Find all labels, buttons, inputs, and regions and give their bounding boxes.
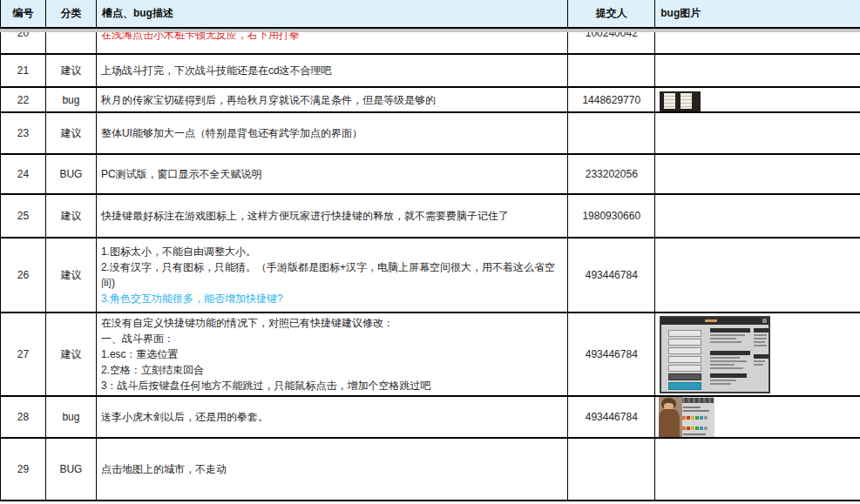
column-header-image[interactable]: bug图片 <box>655 0 860 27</box>
table-row: 20在浅滩点击小木桩卡顿无反应，右下用打拳100240042 <box>0 32 860 55</box>
description-line: 1.图标太小，不能自由调整大小。 <box>101 244 564 259</box>
item-icon <box>700 427 703 430</box>
cell-id[interactable]: 26 <box>1 239 46 312</box>
settings-window-screenshot[interactable] <box>660 316 770 393</box>
cell-submitter[interactable]: 233202056 <box>568 155 655 193</box>
text-line <box>683 410 709 412</box>
cell-id[interactable]: 29 <box>1 439 46 500</box>
cell-submitter[interactable]: 1448629770 <box>568 88 655 111</box>
text-line <box>754 360 765 362</box>
cell-description[interactable]: 秋月的传家宝切磋得到后，再给秋月穿就说不满足条件，但是等级是够的 <box>97 88 568 111</box>
cell-description[interactable]: 在浅滩点击小木桩卡顿无反应，右下用打拳 <box>97 32 568 53</box>
cell-submitter[interactable] <box>568 439 655 500</box>
cell-image[interactable] <box>655 397 860 437</box>
cell-category[interactable]: 建议 <box>46 239 97 312</box>
cell-id[interactable]: 20 <box>1 32 46 53</box>
bug-report-spreadsheet: 编号分类槽点、bug描述提交人bug图片 20在浅滩点击小木桩卡顿无反应，右下用… <box>0 0 860 504</box>
cell-submitter[interactable]: 493446784 <box>568 239 655 312</box>
cell-category[interactable]: 建议 <box>46 113 97 153</box>
cell-id[interactable]: 21 <box>1 55 46 86</box>
cell-category[interactable]: bug <box>46 397 97 437</box>
cell-id-text: 22 <box>17 94 29 106</box>
cell-id[interactable]: 27 <box>1 313 46 395</box>
table-row: 24BUGPC测试版，窗口显示不全天赋说明233202056 <box>0 155 860 195</box>
cell-submitter-text: 100240042 <box>586 32 638 39</box>
section-header-bar <box>710 328 750 333</box>
item-tooltips-thumbnail[interactable] <box>660 91 701 111</box>
text-line <box>710 364 735 366</box>
cell-category[interactable]: BUG <box>46 155 97 193</box>
cell-submitter[interactable]: 493446784 <box>568 397 655 437</box>
cell-category[interactable]: bug <box>46 88 97 111</box>
cell-image[interactable] <box>655 32 860 53</box>
confirm-button <box>668 382 701 390</box>
cell-description[interactable]: 快捷键最好标注在游戏图标上，这样方便玩家进行快捷键的释放，就不需要费脑子记住了 <box>97 195 568 237</box>
cell-id[interactable]: 24 <box>1 155 46 193</box>
table-row: 22bug秋月的传家宝切磋得到后，再给秋月穿就说不满足条件，但是等级是够的144… <box>0 88 860 113</box>
description-line: 在没有自定义快捷键功能的情况下，对照已有快捷键建议修改： <box>101 315 564 331</box>
cell-description[interactable]: 送李小虎木剑以后，还是用的拳套。 <box>97 397 568 437</box>
table-header-row: 编号分类槽点、bug描述提交人bug图片 <box>0 0 860 29</box>
cell-image[interactable] <box>655 113 860 153</box>
cell-category[interactable]: 建议 <box>46 55 97 86</box>
cell-submitter-text: 493446784 <box>586 348 638 360</box>
column-header-category[interactable]: 分类 <box>46 0 97 27</box>
table-row: 28bug送李小虎木剑以后，还是用的拳套。493446784 <box>0 397 860 439</box>
description-line: 整体UI能够加大一点（特别是背包还有武学加点的界面） <box>101 125 564 141</box>
item-icon-row <box>682 427 708 430</box>
item-icon <box>691 416 694 420</box>
item-icon <box>695 427 699 430</box>
cell-image[interactable] <box>655 195 860 237</box>
cell-description[interactable]: 点击地图上的城市，不走动 <box>97 439 568 500</box>
text-line <box>710 338 736 339</box>
menu-button <box>668 330 701 337</box>
description-line: 点击地图上的城市，不走动 <box>101 461 564 477</box>
cell-id[interactable]: 28 <box>1 397 46 437</box>
cell-submitter[interactable] <box>568 55 655 86</box>
cell-description[interactable]: 1.图标太小，不能自由调整大小。2.没有汉字，只有图标，只能猜。（手游版都是图标… <box>97 239 568 312</box>
text-line <box>754 338 767 339</box>
cell-id[interactable]: 22 <box>1 88 46 111</box>
cell-submitter-text: 493446784 <box>586 411 638 423</box>
inventory-toolbar <box>682 398 714 403</box>
cell-category-text: 建议 <box>60 126 81 141</box>
cell-id[interactable]: 23 <box>1 113 46 153</box>
table-row: 23建议整体UI能够加大一点（特别是背包还有武学加点的界面） <box>0 113 860 155</box>
cell-image[interactable] <box>655 239 860 312</box>
cell-description[interactable]: PC测试版，窗口显示不全天赋说明 <box>97 155 568 193</box>
text-line <box>710 380 736 381</box>
cell-category[interactable]: 建议 <box>46 313 97 395</box>
character-body <box>659 409 680 437</box>
cell-category[interactable]: BUG <box>46 439 97 500</box>
cell-submitter[interactable]: 1980930660 <box>568 195 655 237</box>
cell-category[interactable]: 建议 <box>46 195 97 237</box>
column-header-id[interactable]: 编号 <box>1 0 46 27</box>
description-line: 3.角色交互功能很多，能否增加快捷键? <box>101 291 564 306</box>
item-icon <box>691 427 694 430</box>
text-line <box>710 341 741 343</box>
cell-submitter[interactable]: 493446784 <box>568 313 655 395</box>
cell-image[interactable] <box>655 155 860 193</box>
cell-image[interactable] <box>655 55 860 86</box>
section-header-bar <box>710 373 747 378</box>
cell-submitter[interactable]: 100240042 <box>568 32 655 53</box>
window-title-bar <box>661 318 769 325</box>
menu-button <box>668 339 701 346</box>
character-inventory-screenshot[interactable] <box>659 397 714 437</box>
cell-id[interactable]: 25 <box>1 195 46 237</box>
column-header-submitter[interactable]: 提交人 <box>568 0 655 27</box>
cell-image[interactable] <box>655 313 860 395</box>
table-row: 29BUG点击地图上的城市，不走动 <box>0 439 860 501</box>
cell-description[interactable]: 在没有自定义快捷键功能的情况下，对照已有快捷键建议修改：一、战斗界面：1.esc… <box>97 313 568 395</box>
title-text-mark <box>705 319 717 322</box>
cell-description[interactable]: 上场战斗打完，下次战斗技能还是在cd这不合理吧 <box>97 55 568 86</box>
column-header-description[interactable]: 槽点、bug描述 <box>97 0 568 27</box>
cell-category-text: 建议 <box>60 268 81 283</box>
item-icon <box>687 416 690 420</box>
cell-image[interactable] <box>655 439 860 500</box>
cell-category[interactable] <box>46 32 97 53</box>
cell-image[interactable] <box>655 88 860 111</box>
cell-category-text: bug <box>62 411 79 423</box>
cell-description[interactable]: 整体UI能够加大一点（特别是背包还有武学加点的界面） <box>97 113 568 153</box>
cell-submitter[interactable] <box>568 113 655 153</box>
